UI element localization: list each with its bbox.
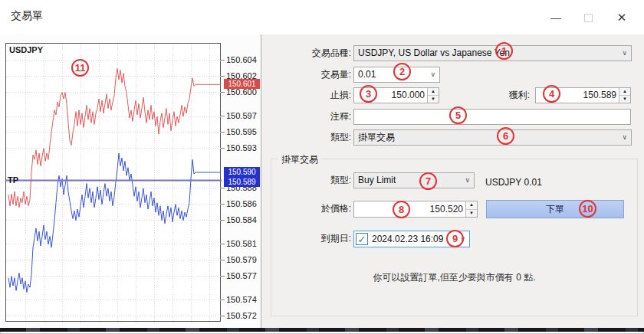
order-mode-label: 類型: xyxy=(269,129,351,146)
axis-tick xyxy=(221,60,225,61)
tp-line-label: TP xyxy=(8,175,18,185)
comment-input[interactable] xyxy=(353,109,631,125)
tick-chart-plot: USDJPY TP xyxy=(5,43,221,322)
close-icon: ✕ xyxy=(617,11,627,24)
axis-tick xyxy=(221,148,225,149)
pending-type-value: Buy Limit xyxy=(358,175,396,185)
pending-order-group-title: 掛單交易 xyxy=(278,153,321,166)
bottom-edge-strip xyxy=(0,328,644,332)
chevron-down-icon: ∨ xyxy=(430,67,435,82)
price-axis-label: 150.572 xyxy=(226,311,257,320)
tick-chart-svg xyxy=(6,44,222,323)
annotation-circle-5: 5 xyxy=(449,106,467,124)
price-badge: 150.601 xyxy=(224,79,260,89)
price-axis-label: 150.595 xyxy=(226,127,257,136)
checkmark-icon: ✓ xyxy=(358,234,366,245)
annotation-circle-1: 1 xyxy=(495,42,513,60)
price-axis-label: 150.584 xyxy=(226,215,257,224)
volume-label: 交易量: xyxy=(269,67,351,83)
axis-tick xyxy=(221,300,225,300)
spin-down-button[interactable]: ▼ xyxy=(466,210,477,218)
axis-tick xyxy=(221,116,225,116)
price-badge: 150.590 xyxy=(224,167,260,177)
axis-tick xyxy=(221,276,225,277)
axis-tick xyxy=(221,316,225,316)
comment-label: 注釋: xyxy=(269,109,351,125)
expiry-value: 2024.02.23 16:09 xyxy=(372,231,443,247)
symbol-combo[interactable]: USDJPY, US Dollar vs Japanese Yen ∨ xyxy=(353,45,632,61)
hint-text: 你可以設置訂單,但至少要與市價有 0 點. xyxy=(271,271,638,284)
minimize-icon: — xyxy=(550,11,561,24)
price-axis-label: 150.581 xyxy=(226,239,257,248)
annotation-circle-9: 9 xyxy=(446,230,464,247)
order-dialog: 交易單 — ✕ USDJPY TP 150.604150.602150.6001… xyxy=(0,0,644,334)
price-axis-label: 150.586 xyxy=(226,199,257,208)
order-mode-combo[interactable]: 掛單交易 ∨ xyxy=(353,129,632,146)
take-profit-label: 獲利: xyxy=(450,87,530,103)
close-button[interactable]: ✕ xyxy=(610,8,633,28)
annotation-circle-2: 2 xyxy=(393,63,411,80)
pending-type-combo[interactable]: Buy Limit ∨ xyxy=(353,172,475,188)
axis-tick xyxy=(221,132,225,133)
axis-tick xyxy=(221,220,225,221)
chevron-down-icon: ∨ xyxy=(465,173,470,188)
tick-chart-region: USDJPY TP 150.604150.602150.600150.59715… xyxy=(0,34,261,328)
annotation-circle-4: 4 xyxy=(543,85,560,103)
price-axis-label: 150.604 xyxy=(226,55,257,64)
volume-combo-value: 0.01 xyxy=(358,69,376,80)
symbol-label: 交易品種: xyxy=(269,45,351,61)
axis-tick xyxy=(221,244,225,244)
annotation-circle-11: 11 xyxy=(71,59,89,77)
annotation-circle-3: 3 xyxy=(360,85,377,103)
stop-loss-spinner: ▲ ▼ xyxy=(427,88,439,103)
axis-tick xyxy=(221,260,225,260)
order-form-panel: 交易品種: USDJPY, US Dollar vs Japanese Yen … xyxy=(261,34,644,328)
order-mode-value: 掛單交易 xyxy=(358,132,395,142)
annotation-circle-8: 8 xyxy=(393,201,410,218)
maximize-icon xyxy=(584,14,593,22)
place-order-button[interactable]: 下單 xyxy=(486,200,624,218)
annotation-circle-7: 7 xyxy=(419,172,437,190)
maximize-button[interactable] xyxy=(577,8,600,28)
chevron-down-icon: ∨ xyxy=(622,130,627,145)
price-spinner: ▲ ▼ xyxy=(465,201,477,217)
axis-tick xyxy=(221,204,225,205)
price-axis-label: 150.593 xyxy=(226,143,257,152)
axis-tick xyxy=(221,92,225,93)
expiry-label: 到期日: xyxy=(269,231,351,247)
price-field[interactable]: 150.520 ▲ ▼ xyxy=(353,201,478,218)
expiry-checkbox[interactable]: ✓ xyxy=(356,233,368,245)
chart-symbol-label: USDJPY xyxy=(9,45,43,54)
axis-tick xyxy=(221,188,225,188)
spin-up-button[interactable]: ▲ xyxy=(619,88,630,96)
title-bar: 交易單 — ✕ xyxy=(0,0,644,34)
spin-up-button[interactable]: ▲ xyxy=(428,88,439,96)
annotation-circle-6: 6 xyxy=(497,127,514,145)
price-axis-label: 150.574 xyxy=(226,295,257,304)
axis-tick xyxy=(221,76,225,77)
price-badge: 150.589 xyxy=(224,177,260,187)
price-axis-label: 150.577 xyxy=(226,271,257,280)
order-summary: USDJPY 0.01 xyxy=(485,175,542,191)
symbol-combo-value: USDJPY, US Dollar vs Japanese Yen xyxy=(358,47,510,58)
price-label: 於價格: xyxy=(269,201,351,217)
spin-down-button[interactable]: ▼ xyxy=(619,96,630,103)
pending-type-label: 類型: xyxy=(269,172,351,188)
take-profit-spinner: ▲ ▼ xyxy=(619,88,630,103)
price-axis-label: 150.597 xyxy=(226,111,257,120)
spin-down-button[interactable]: ▼ xyxy=(428,96,439,103)
annotation-circle-10: 10 xyxy=(579,200,596,218)
minimize-button[interactable]: — xyxy=(544,8,567,28)
stop-loss-label: 止損: xyxy=(269,87,351,103)
window-title: 交易單 xyxy=(11,9,43,23)
spin-up-button[interactable]: ▲ xyxy=(466,201,477,210)
price-axis-label: 150.579 xyxy=(226,255,257,264)
chevron-down-icon: ∨ xyxy=(622,46,627,61)
